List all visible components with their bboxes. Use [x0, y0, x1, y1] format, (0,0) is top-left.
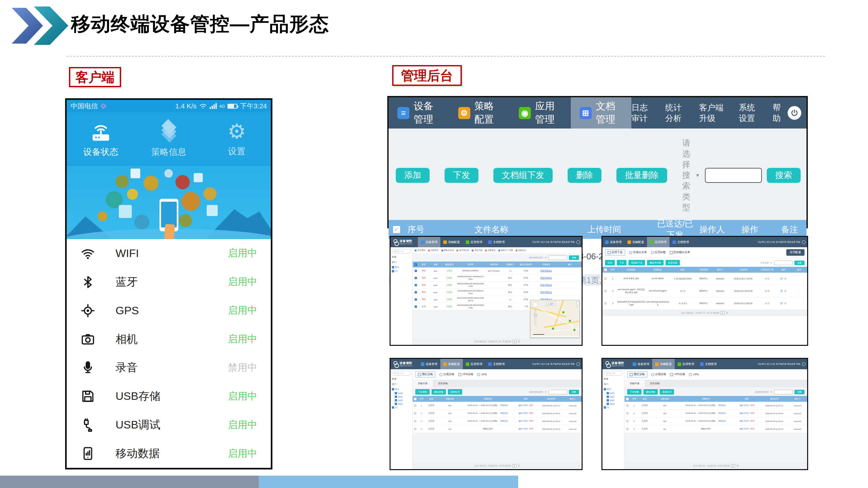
- edit-link[interactable]: 编辑: [739, 420, 743, 422]
- edit-link[interactable]: 编辑: [519, 412, 522, 414]
- row-checkbox[interactable]: [604, 290, 607, 292]
- device-tool-button[interactable]: 恢复出厂设置: [498, 249, 513, 252]
- edit-link[interactable]: 编辑: [519, 420, 522, 422]
- search-type-select[interactable]: 请选择搜索类型: [529, 256, 543, 259]
- action-button[interactable]: 文档组下发: [493, 168, 553, 183]
- subtab-apn-policy[interactable]: APN策略: [458, 372, 473, 377]
- page-input[interactable]: [512, 464, 517, 467]
- action-button[interactable]: 添加: [396, 168, 430, 183]
- select-all-checkbox[interactable]: [604, 268, 607, 271]
- edit-icon[interactable]: [780, 277, 783, 280]
- row-checkbox[interactable]: [626, 412, 628, 415]
- apply-user-link[interactable]: 作用人: [744, 412, 750, 414]
- tab-app-management[interactable]: 应用管理: [675, 359, 697, 369]
- edit-icon[interactable]: [780, 302, 783, 305]
- device-tool-button[interactable]: 蓝牙黑名单: [456, 249, 469, 252]
- disable-link[interactable]: 停用: [750, 428, 754, 430]
- action-button[interactable]: 下发: [444, 168, 478, 183]
- toggle-row-camera[interactable]: 相机 启用中: [67, 325, 271, 354]
- tab-app-management[interactable]: 应用管理: [463, 237, 485, 247]
- page-input[interactable]: [513, 340, 517, 343]
- tree-checkbox[interactable]: [392, 270, 394, 272]
- action-button[interactable]: 添加: [605, 260, 615, 265]
- edit-link[interactable]: 编辑: [519, 404, 522, 406]
- action-button[interactable]: 下发: [617, 260, 626, 265]
- row-checkbox[interactable]: [415, 298, 417, 301]
- tab-device-management[interactable]: 设备管理: [630, 359, 652, 369]
- toggle-row-bluetooth[interactable]: 蓝牙 启用中: [67, 268, 271, 296]
- tab-policy-config[interactable]: ⚙ 策略配置: [450, 97, 510, 129]
- tree-checkbox[interactable]: [395, 399, 397, 401]
- subtab-app-push[interactable]: 应用下发: [605, 249, 625, 256]
- map-zoom-button[interactable]: 放大: [546, 302, 556, 306]
- tree-checkbox[interactable]: [607, 403, 609, 405]
- tree-item[interactable]: Y1: [392, 406, 411, 409]
- disable-link[interactable]: 停用: [529, 428, 533, 430]
- search-button[interactable]: 搜索: [795, 261, 805, 265]
- detail-link[interactable]: 查看详细信息: [534, 283, 558, 287]
- tree-item[interactable]: 默认: [392, 388, 411, 391]
- row-checkbox[interactable]: [626, 404, 628, 407]
- tree-checkbox[interactable]: [604, 406, 606, 409]
- toggle-row-mobile-data[interactable]: 移动数据 启用中: [67, 439, 271, 468]
- location-map[interactable]: 放大 ›: [530, 300, 580, 338]
- toggle-row-wifi[interactable]: WIFI 启用中: [67, 239, 271, 268]
- row-checkbox[interactable]: [415, 277, 417, 279]
- edit-icon[interactable]: [780, 290, 783, 292]
- toggle-row-gps[interactable]: GPS 启用中: [67, 296, 271, 325]
- tree-checkbox[interactable]: [395, 396, 397, 398]
- tab-doc-management[interactable]: 文档管理: [485, 359, 508, 369]
- view-more-link[interactable]: 查看更多: [718, 404, 726, 406]
- tab-device-management[interactable]: ≡ 设备管理: [389, 97, 450, 129]
- tree-item[interactable]: test3: [395, 403, 411, 405]
- tree-checkbox[interactable]: [395, 392, 397, 394]
- tree-item[interactable]: 默认: [604, 388, 623, 391]
- tab-policy-config[interactable]: 策略配置: [440, 359, 463, 369]
- view-more-link[interactable]: 查看更多: [500, 412, 508, 414]
- tree-item[interactable]: test2: [607, 399, 623, 401]
- tree-item[interactable]: Y1: [604, 406, 623, 409]
- edit-link[interactable]: 编辑: [739, 412, 743, 414]
- tab-device-status[interactable]: 设备状态: [67, 112, 135, 166]
- tree-item[interactable]: test1: [395, 396, 411, 398]
- view-more-link[interactable]: 查看更多: [718, 412, 726, 414]
- tab-doc-management[interactable]: 文档管理: [670, 237, 692, 247]
- view-more-link[interactable]: 查看更多: [500, 420, 508, 422]
- search-type-select[interactable]: 请选择搜索类型: [754, 391, 769, 394]
- mini-nav-links[interactable]: 日志审计 统计分析 客户端升级 系统设置 帮助: [758, 237, 802, 247]
- view-more-link[interactable]: 查看更多: [718, 420, 726, 422]
- row-checkbox[interactable]: [415, 284, 417, 286]
- subtab-fence-policy[interactable]: 围栏策略: [627, 371, 647, 378]
- row-checkbox[interactable]: [415, 305, 417, 308]
- tab-add-policy[interactable]: 添加策略: [433, 380, 453, 387]
- logout-power-button[interactable]: [787, 106, 801, 120]
- disable-link[interactable]: 停用: [750, 412, 754, 414]
- logout-power-button[interactable]: [577, 240, 580, 244]
- search-button[interactable]: 搜索: [569, 255, 579, 260]
- tab-device-management[interactable]: 设备管理: [602, 237, 625, 247]
- tab-policy-list[interactable]: 策略列表: [413, 380, 433, 387]
- search-input[interactable]: [774, 390, 793, 394]
- apply-user-link[interactable]: 作用人: [523, 404, 529, 406]
- select-all-checkbox[interactable]: [393, 226, 400, 233]
- action-button[interactable]: 批量删除: [616, 168, 667, 183]
- tab-doc-management[interactable]: 文档管理: [697, 359, 720, 369]
- device-tool-button[interactable]: 设备定位: [516, 249, 526, 252]
- map-zoom-knob[interactable]: [534, 315, 537, 316]
- toggle-row-usb-debug[interactable]: USB调试 启用中: [67, 411, 271, 439]
- disable-link[interactable]: 停用: [529, 412, 533, 414]
- edit-link[interactable]: 编辑: [739, 428, 743, 430]
- disable-link[interactable]: 停用: [750, 404, 754, 406]
- tab-policy-config[interactable]: 策略配置: [625, 237, 647, 247]
- action-button[interactable]: 删除: [567, 168, 601, 183]
- tab-add-policy[interactable]: 添加策略: [645, 380, 665, 387]
- search-button[interactable]: 搜索: [767, 168, 801, 183]
- logout-power-button[interactable]: [802, 240, 806, 244]
- tree-item[interactable]: 默认: [392, 266, 411, 269]
- apply-user-link[interactable]: 作用人: [523, 428, 529, 430]
- device-tool-button[interactable]: 消息通知: [415, 249, 425, 252]
- app-config-button[interactable]: 应用配置: [786, 249, 805, 256]
- mini-nav-links[interactable]: 日志审计 统计分析 客户端升级 系统设置 帮助: [532, 359, 577, 369]
- edit-link[interactable]: 编辑: [519, 428, 522, 430]
- search-type-select[interactable]: 请选择搜索类型: [682, 138, 690, 213]
